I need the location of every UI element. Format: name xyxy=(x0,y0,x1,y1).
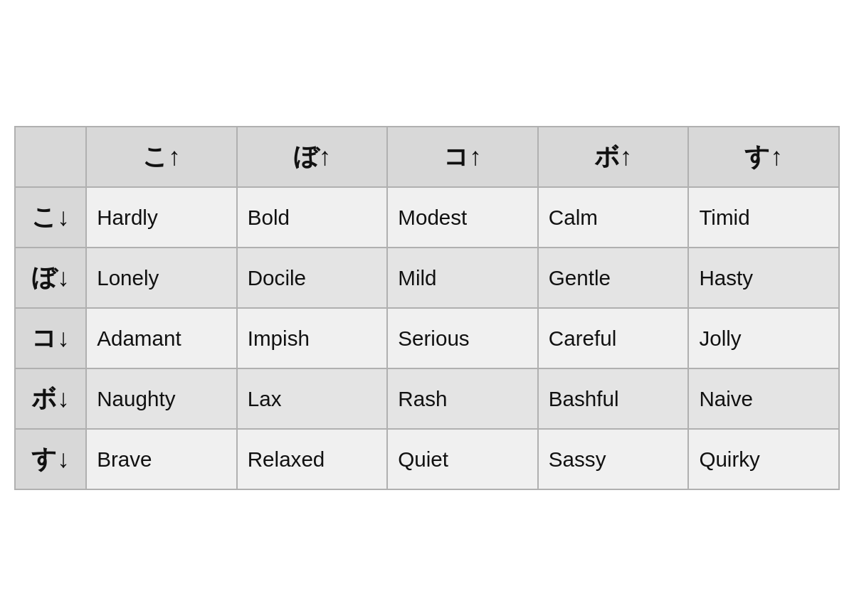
col-header-2: コ↑ xyxy=(387,127,538,187)
cell-0-0: Hardly xyxy=(86,187,237,248)
row-header-4: す↓ xyxy=(15,429,86,489)
cell-4-3: Sassy xyxy=(538,429,689,489)
cell-2-0: Adamant xyxy=(86,308,237,368)
cell-4-0: Brave xyxy=(86,429,237,489)
cell-1-3: Gentle xyxy=(538,248,689,308)
cell-2-3: Careful xyxy=(538,308,689,368)
table-row: す↓BraveRelaxedQuietSassyQuirky xyxy=(15,429,839,489)
col-header-4: す↑ xyxy=(688,127,839,187)
cell-1-2: Mild xyxy=(387,248,538,308)
cell-3-0: Naughty xyxy=(86,368,237,429)
row-header-1: ぼ↓ xyxy=(15,248,86,308)
col-header-0: こ↑ xyxy=(86,127,237,187)
cell-0-3: Calm xyxy=(538,187,689,248)
cell-4-2: Quiet xyxy=(387,429,538,489)
cell-0-2: Modest xyxy=(387,187,538,248)
header-row: こ↑ ぼ↑ コ↑ ボ↑ す↑ xyxy=(15,127,839,187)
cell-3-2: Rash xyxy=(387,368,538,429)
cell-2-4: Jolly xyxy=(688,308,839,368)
cell-2-2: Serious xyxy=(387,308,538,368)
cell-2-1: Impish xyxy=(237,308,388,368)
table-row: ぼ↓LonelyDocileMildGentleHasty xyxy=(15,248,839,308)
nature-table-container: こ↑ ぼ↑ コ↑ ボ↑ す↑ こ↓HardlyBoldModestCalmTim… xyxy=(14,126,840,490)
cell-1-1: Docile xyxy=(237,248,388,308)
row-header-0: こ↓ xyxy=(15,187,86,248)
cell-4-1: Relaxed xyxy=(237,429,388,489)
cell-4-4: Quirky xyxy=(688,429,839,489)
row-header-3: ボ↓ xyxy=(15,368,86,429)
corner-cell xyxy=(15,127,86,187)
cell-1-0: Lonely xyxy=(86,248,237,308)
nature-table: こ↑ ぼ↑ コ↑ ボ↑ す↑ こ↓HardlyBoldModestCalmTim… xyxy=(14,126,840,490)
cell-0-4: Timid xyxy=(688,187,839,248)
cell-3-4: Naive xyxy=(688,368,839,429)
table-row: こ↓HardlyBoldModestCalmTimid xyxy=(15,187,839,248)
col-header-3: ボ↑ xyxy=(538,127,689,187)
table-row: ボ↓NaughtyLaxRashBashfulNaive xyxy=(15,368,839,429)
col-header-1: ぼ↑ xyxy=(237,127,388,187)
cell-3-1: Lax xyxy=(237,368,388,429)
cell-3-3: Bashful xyxy=(538,368,689,429)
cell-0-1: Bold xyxy=(237,187,388,248)
cell-1-4: Hasty xyxy=(688,248,839,308)
row-header-2: コ↓ xyxy=(15,308,86,368)
table-row: コ↓AdamantImpishSeriousCarefulJolly xyxy=(15,308,839,368)
